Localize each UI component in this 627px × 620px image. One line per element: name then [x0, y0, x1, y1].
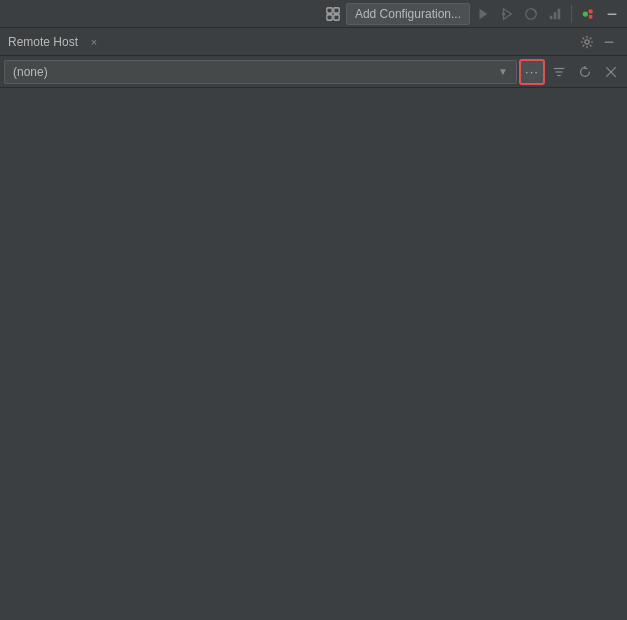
svg-rect-13 [589, 14, 593, 18]
svg-rect-16 [605, 41, 614, 42]
panel-close-button[interactable]: × [86, 34, 102, 50]
svg-rect-0 [327, 7, 332, 12]
toolbar-separator [571, 5, 572, 23]
svg-rect-14 [608, 13, 617, 14]
panel-header-icons [577, 32, 619, 52]
stop-button[interactable] [577, 3, 599, 25]
ellipsis-button[interactable]: ··· [519, 59, 545, 85]
connection-bar: (none) ▼ ··· [0, 56, 627, 88]
debug-button[interactable] [496, 3, 518, 25]
panel-title-area: Remote Host × [8, 34, 102, 50]
svg-point-11 [583, 11, 588, 16]
connection-dropdown[interactable]: (none) ▼ [4, 60, 517, 84]
svg-rect-2 [327, 14, 332, 19]
svg-rect-1 [334, 7, 339, 12]
panel-title: Remote Host [8, 35, 78, 49]
svg-rect-8 [550, 15, 553, 19]
panel-settings-button[interactable] [577, 32, 597, 52]
connection-selected-value: (none) [13, 65, 48, 79]
panel-header: Remote Host × [0, 28, 627, 56]
svg-rect-9 [554, 12, 557, 19]
svg-point-15 [585, 39, 589, 43]
coverage-button[interactable] [520, 3, 542, 25]
main-content [0, 88, 627, 620]
window-layout-icon[interactable] [322, 3, 344, 25]
refresh-button[interactable] [573, 60, 597, 84]
dropdown-arrow-icon: ▼ [498, 66, 508, 77]
svg-marker-4 [480, 8, 488, 19]
connection-close-button[interactable] [599, 60, 623, 84]
filter-button[interactable] [547, 60, 571, 84]
svg-rect-10 [558, 8, 561, 19]
add-configuration-button[interactable]: Add Configuration... [346, 3, 470, 25]
minimize-button[interactable] [601, 3, 623, 25]
top-toolbar: Add Configuration... [0, 0, 627, 28]
panel-minimize-button[interactable] [599, 32, 619, 52]
svg-point-6 [502, 12, 506, 16]
svg-rect-3 [334, 14, 339, 19]
run-button[interactable] [472, 3, 494, 25]
profile-button[interactable] [544, 3, 566, 25]
svg-point-12 [588, 9, 592, 13]
